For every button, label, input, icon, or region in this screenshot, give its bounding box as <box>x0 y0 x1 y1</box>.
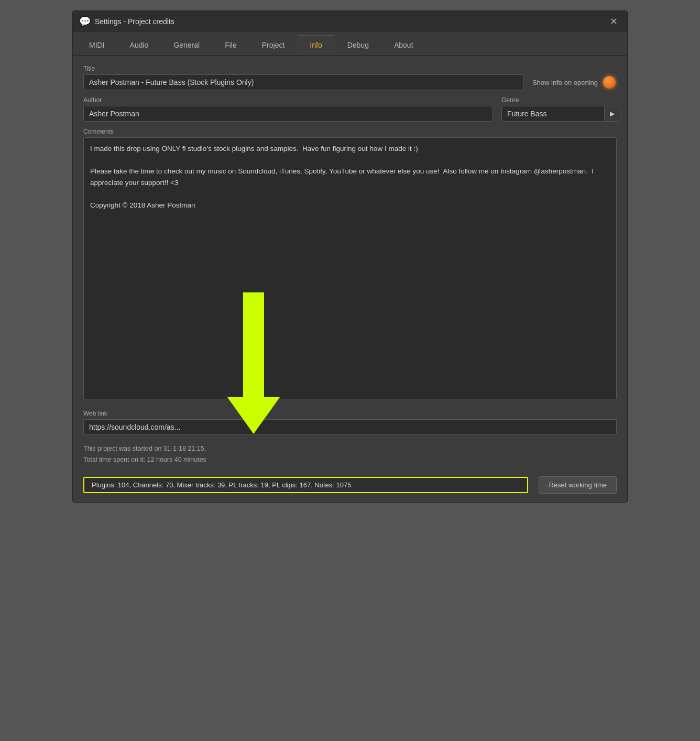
project-start-text: This project was started on 31-1-18 21:1… <box>83 443 617 454</box>
tab-file[interactable]: File <box>213 35 249 55</box>
author-field: Author <box>83 96 493 122</box>
tab-info[interactable]: Info <box>298 35 334 55</box>
title-label: Title <box>83 65 617 72</box>
titlebar: 💬 Settings - Project credits ✕ <box>73 11 627 32</box>
weblink-section: Web link <box>83 410 617 435</box>
title-input[interactable] <box>83 74 524 90</box>
total-time-text: Total time spent on it: 12 hours 40 minu… <box>83 454 617 465</box>
author-genre-row: Author Genre ▶ <box>83 96 617 122</box>
tab-midi[interactable]: MIDI <box>77 35 117 55</box>
genre-field: Genre ▶ <box>501 96 617 122</box>
tab-project[interactable]: Project <box>250 35 297 55</box>
tab-about[interactable]: About <box>382 35 425 55</box>
title-row: Show info on opening <box>83 74 617 90</box>
close-button[interactable]: ✕ <box>607 14 621 29</box>
stats-row: Plugins: 104, Channels: 70, Mixer tracks… <box>83 476 617 494</box>
show-info-label: Show info on opening <box>532 79 598 86</box>
weblink-input[interactable] <box>83 419 617 435</box>
weblink-label: Web link <box>83 410 617 417</box>
window-title: Settings - Project credits <box>95 17 174 26</box>
author-input[interactable] <box>83 106 493 122</box>
genre-label: Genre <box>501 96 617 104</box>
tabs-bar: MIDI Audio General File Project Info Deb… <box>73 32 627 56</box>
author-label: Author <box>83 96 493 104</box>
comments-textarea[interactable]: I made this drop using ONLY fl studio's … <box>83 137 617 399</box>
comments-label: Comments <box>83 128 617 135</box>
settings-window: 💬 Settings - Project credits ✕ MIDI Audi… <box>72 10 628 503</box>
genre-row: ▶ <box>501 106 617 122</box>
tab-audio[interactable]: Audio <box>118 35 161 55</box>
show-info-wrap: Show info on opening <box>532 75 617 90</box>
stats-box: Plugins: 104, Channels: 70, Mixer tracks… <box>83 477 528 493</box>
tab-debug[interactable]: Debug <box>335 35 381 55</box>
show-info-toggle[interactable] <box>602 75 617 90</box>
genre-input[interactable] <box>501 106 604 122</box>
window-icon: 💬 <box>79 16 91 27</box>
reset-working-time-button[interactable]: Reset working time <box>539 476 617 494</box>
bottom-info: This project was started on 31-1-18 21:1… <box>83 443 617 466</box>
title-input-wrap <box>83 74 524 90</box>
tab-general[interactable]: General <box>161 35 212 55</box>
titlebar-left: 💬 Settings - Project credits <box>79 16 174 27</box>
comments-section: Comments I made this drop using ONLY fl … <box>83 128 617 401</box>
genre-arrow-button[interactable]: ▶ <box>604 106 620 122</box>
content-area: Title Show info on opening Author Genre <box>73 56 627 502</box>
